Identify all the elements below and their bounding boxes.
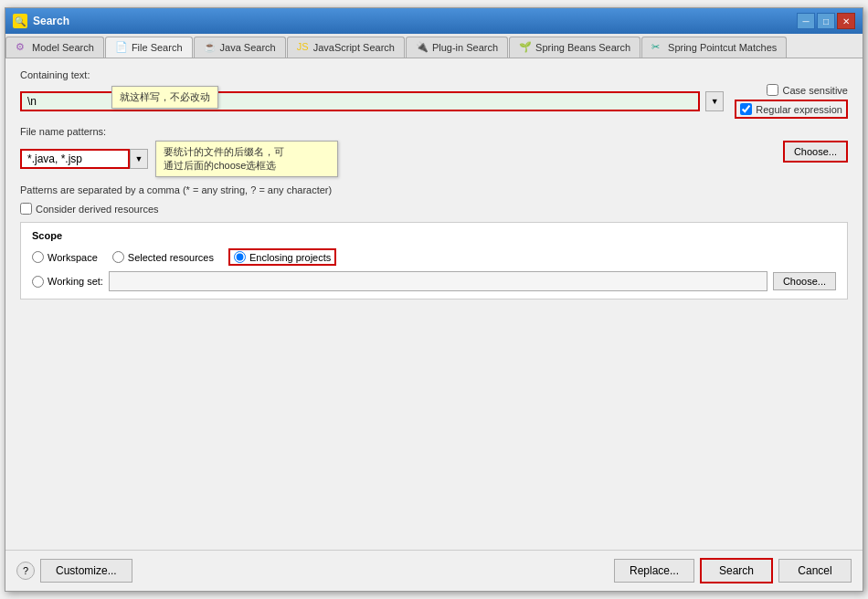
tab-javascript-label: JavaScript Search — [313, 42, 395, 53]
containing-text-input-row: ▼ Case sensitive Regular expression — [20, 84, 848, 119]
help-button[interactable]: ? — [16, 562, 35, 580]
tab-spring-label: Spring Beans Search — [535, 42, 630, 53]
regular-expression-checkbox[interactable] — [740, 103, 752, 115]
tab-bar: ⚙ Model Search 📄 File Search ☕ Java Sear… — [5, 34, 863, 58]
tab-plugin[interactable]: 🔌 Plug-in Search — [406, 37, 508, 58]
file-name-patterns-input[interactable] — [20, 149, 130, 169]
maximize-button[interactable]: □ — [817, 13, 835, 29]
content-spacer — [20, 307, 848, 539]
working-set-label: Working set: — [48, 276, 103, 287]
file-name-patterns-input-row: ▼ 要统计的文件的后缀名，可通过后面的choose选框选 — [20, 141, 778, 177]
footer-right: Replace... Search Cancel — [614, 558, 852, 583]
working-set-radio[interactable] — [32, 276, 44, 288]
main-content: Containing text: ▼ Case sensitive Regula… — [5, 58, 863, 550]
file-search-icon: 📄 — [115, 41, 128, 54]
scope-radio-row: Workspace Selected resources Enclosing p… — [32, 248, 836, 266]
tab-javascript[interactable]: JS JavaScript Search — [287, 37, 405, 58]
working-set-input[interactable] — [109, 271, 767, 291]
pointcut-search-icon: ✂ — [651, 41, 664, 54]
replace-button[interactable]: Replace... — [614, 559, 694, 583]
tab-java-label: Java Search — [220, 42, 276, 53]
annotation-tooltip-2: 要统计的文件的后缀名，可通过后面的choose选框选 — [155, 141, 338, 177]
tab-spring[interactable]: 🌱 Spring Beans Search — [509, 37, 640, 58]
case-sensitive-row: Case sensitive — [767, 84, 848, 96]
file-name-patterns-dropdown[interactable]: ▼ — [130, 149, 148, 169]
containing-text-input[interactable] — [20, 91, 700, 111]
search-dialog: 🔍 Search ─ □ ✕ ⚙ Model Search 📄 File Sea… — [5, 7, 863, 592]
containing-text-row: ▼ Case sensitive Regular expression — [20, 84, 848, 119]
scope-title: Scope — [32, 230, 836, 241]
search-button[interactable]: Search — [700, 558, 773, 583]
enclosing-projects-radio-item: Enclosing projects — [228, 248, 336, 266]
case-sensitive-label: Case sensitive — [782, 85, 848, 96]
file-name-patterns-label: File name patterns: — [20, 126, 848, 137]
spring-search-icon: 🌱 — [519, 41, 532, 54]
close-button[interactable]: ✕ — [837, 13, 855, 29]
window-icon: 🔍 — [13, 14, 27, 28]
containing-text-dropdown[interactable]: ▼ — [705, 91, 724, 111]
selected-resources-label: Selected resources — [128, 252, 214, 263]
tab-file-label: File Search — [132, 42, 183, 53]
title-bar-controls: ─ □ ✕ — [797, 13, 855, 29]
consider-derived-checkbox[interactable] — [20, 203, 32, 215]
plugin-search-icon: 🔌 — [416, 41, 429, 54]
case-sensitive-checkbox[interactable] — [767, 84, 778, 96]
file-name-patterns-row: ▼ 要统计的文件的后缀名，可通过后面的choose选框选 Choose... — [20, 141, 848, 177]
selected-resources-radio[interactable] — [112, 251, 124, 263]
minimize-button[interactable]: ─ — [797, 13, 815, 29]
patterns-hint-group: Patterns are separated by a comma (* = a… — [20, 184, 848, 215]
file-name-patterns-group: File name patterns: ▼ 要统计的文件的后缀名，可通过后面的c… — [20, 126, 848, 177]
enclosing-projects-radio[interactable] — [234, 251, 246, 263]
tab-model[interactable]: ⚙ Model Search — [5, 37, 104, 58]
tab-file[interactable]: 📄 File Search — [105, 37, 193, 58]
cancel-button[interactable]: Cancel — [778, 559, 852, 583]
working-set-choose-button[interactable]: Choose... — [773, 272, 836, 290]
footer-left: ? Customize... — [16, 559, 132, 583]
consider-derived-label: Consider derived resources — [36, 204, 159, 215]
regular-expression-label: Regular expression — [756, 104, 842, 115]
js-search-icon: JS — [297, 41, 310, 54]
model-search-icon: ⚙ — [16, 41, 28, 54]
file-name-choose-button[interactable]: Choose... — [783, 141, 848, 163]
tab-pointcut[interactable]: ✂ Spring Pointcut Matches — [641, 37, 787, 58]
consider-derived-row: Consider derived resources — [20, 203, 848, 215]
java-search-icon: ☕ — [204, 41, 217, 54]
working-set-row: Working set: Choose... — [32, 271, 836, 291]
selected-resources-radio-item: Selected resources — [112, 251, 214, 263]
workspace-radio[interactable] — [32, 251, 44, 263]
footer: ? Customize... Replace... Search Cancel — [5, 550, 863, 591]
containing-text-label: Containing text: — [20, 69, 848, 80]
workspace-label: Workspace — [48, 252, 98, 263]
working-set-radio-item: Working set: — [32, 276, 103, 288]
window-title: Search — [33, 15, 69, 27]
tab-plugin-label: Plug-in Search — [432, 42, 498, 53]
tab-java[interactable]: ☕ Java Search — [194, 37, 286, 58]
regular-expression-row: Regular expression — [735, 100, 848, 119]
tab-model-label: Model Search — [32, 42, 94, 53]
customize-button[interactable]: Customize... — [40, 559, 132, 583]
title-bar: 🔍 Search ─ □ ✕ — [5, 8, 863, 34]
containing-text-group: Containing text: ▼ Case sensitive Regula… — [20, 69, 848, 119]
workspace-radio-item: Workspace — [32, 251, 98, 263]
scope-section: Scope Workspace Selected resources Enclo… — [20, 222, 848, 300]
title-bar-left: 🔍 Search — [13, 14, 69, 28]
patterns-hint: Patterns are separated by a comma (* = a… — [20, 184, 848, 195]
tab-pointcut-label: Spring Pointcut Matches — [668, 42, 777, 53]
enclosing-projects-label: Enclosing projects — [249, 252, 331, 263]
